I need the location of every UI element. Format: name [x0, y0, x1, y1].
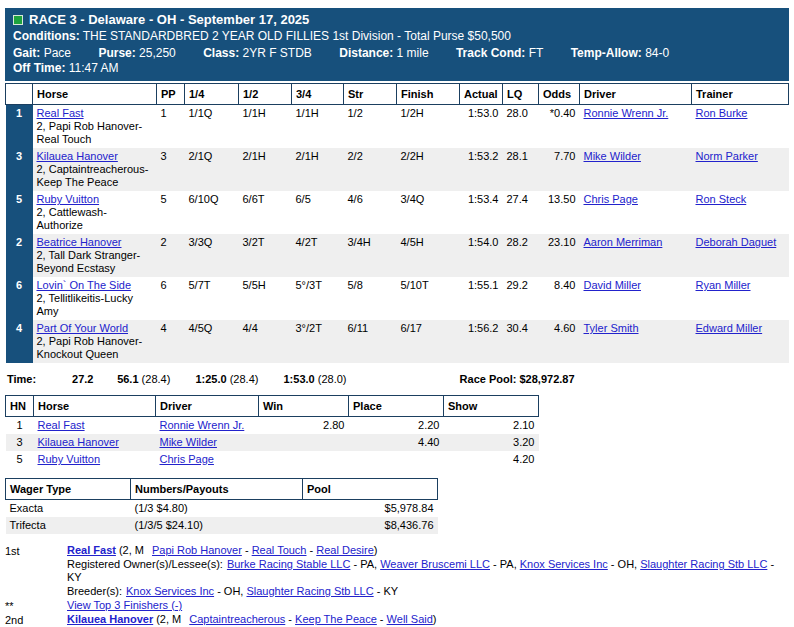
breeder-link[interactable]: Slaughter Racing Stb LLC	[246, 585, 373, 597]
dam-link[interactable]: Keep The Peace	[295, 613, 377, 625]
stretch-call: 3/4H	[344, 234, 397, 277]
col-pp: PP	[157, 84, 185, 105]
breeder-suffix: - KY	[374, 585, 398, 597]
time-summary: Time: 27.2 56.1 (28.4) 1:25.0 (28.4) 1:5…	[7, 372, 789, 386]
trainer-link[interactable]: Ron Steck	[696, 193, 747, 205]
col-hn: HN	[6, 84, 33, 105]
result-row-4: 2 Beatrice Hanover2, Tall Dark Stranger-…	[6, 234, 789, 277]
hn-value: 1	[6, 417, 34, 435]
race-header: RACE 3 - Delaware - OH - September 17, 2…	[5, 8, 789, 81]
col-three-quarter: 3/4	[292, 84, 344, 105]
damsire-link[interactable]: Real Desire	[316, 544, 373, 556]
wager-header-row: Wager Type Numbers/Payouts Pool	[6, 479, 438, 500]
driver-link[interactable]: Tyler Smith	[584, 322, 639, 334]
horse-pedigree: 2, Papi Rob Hanover-Real Touch	[37, 120, 153, 146]
horse-link[interactable]: Lovin` On The Side	[37, 279, 132, 291]
horse-link[interactable]: Kilauea Hanover	[37, 150, 118, 162]
view-top3-link[interactable]: View Top 3 Finishers (-)	[67, 599, 182, 611]
col-hn: HN	[6, 396, 34, 417]
hn-value: 1	[6, 105, 33, 149]
trainer-link[interactable]: Edward Miller	[696, 322, 763, 334]
results-header-row: HN Horse PP 1/4 1/2 3/4 Str Finish Actua…	[6, 84, 789, 105]
half-time: 56.1	[117, 373, 138, 385]
finisher-horse-link[interactable]: Kilauea Hanover	[67, 613, 153, 625]
hn-value: 4	[6, 320, 33, 363]
owner-link[interactable]: Burke Racing Stable LLC	[227, 558, 351, 570]
horse-link[interactable]: Ruby Vuitton	[38, 453, 101, 465]
half-call: 1/1H	[239, 105, 292, 149]
race-status-icon	[13, 15, 23, 25]
finish-call: 4/5H	[397, 234, 460, 277]
col-half: 1/2	[239, 84, 292, 105]
owner-link[interactable]: Slaughter Racing Stb LLC	[640, 558, 767, 570]
off-time-value: 11:47 AM	[69, 61, 119, 75]
payoff-header-row: HN Horse Driver Win Place Show	[6, 396, 539, 417]
owner-suffix: - PA,	[350, 558, 380, 570]
win-payout	[259, 434, 349, 451]
driver-link[interactable]: Chris Page	[584, 193, 638, 205]
driver-link[interactable]: Mike Wilder	[160, 436, 217, 448]
driver-link[interactable]: Ronnie Wrenn Jr.	[160, 419, 245, 431]
show-payout: 3.20	[444, 434, 539, 451]
driver-link[interactable]: Ronnie Wrenn Jr.	[584, 107, 669, 119]
odds-value: 13.50	[539, 191, 580, 234]
half-split: (28.4)	[142, 373, 171, 385]
stretch-call: 5/8	[344, 277, 397, 320]
time-label: Time:	[7, 372, 69, 386]
result-row-3: 5 Ruby Vuitton2, Cattlewash-Authorize 5 …	[6, 191, 789, 234]
horse-link[interactable]: Beatrice Hanover	[37, 236, 122, 248]
owner-link[interactable]: Weaver Bruscemi LLC	[380, 558, 490, 570]
wager-row-1: Exacta (1/3 $4.80) $5,978.84	[6, 500, 438, 518]
race-results-page: RACE 3 - Delaware - OH - September 17, 2…	[0, 0, 794, 627]
horse-pedigree: 2, Tall Dark Stranger-Beyond Ecstasy	[37, 249, 153, 275]
off-time-label: Off Time:	[13, 61, 65, 75]
breeder-link[interactable]: Knox Services Inc	[126, 585, 214, 597]
wager-type: Exacta	[6, 500, 131, 518]
col-pool: Pool	[303, 479, 438, 500]
finisher-details: 1st Real Fast(2, MPapi Rob Hanover - Rea…	[5, 544, 789, 627]
race-info-line: Gait: Pace Purse: 25,250 Class: 2YR F ST…	[13, 46, 781, 76]
finish-call: 2/2H	[397, 148, 460, 191]
hn-value: 5	[6, 451, 34, 468]
damsire-link[interactable]: Well Said	[387, 613, 433, 625]
driver-link[interactable]: Aaron Merriman	[584, 236, 663, 248]
three-quarter-call: 5°/3T	[292, 277, 344, 320]
horse-link[interactable]: Real Fast	[38, 419, 85, 431]
driver-link[interactable]: Chris Page	[160, 453, 214, 465]
owner-link[interactable]: Knox Services Inc	[520, 558, 608, 570]
quarter-call: 4/5Q	[185, 320, 239, 363]
dam-link[interactable]: Real Touch	[252, 544, 307, 556]
stretch-call: 2/2	[344, 148, 397, 191]
quarter-call: 1/1Q	[185, 105, 239, 149]
col-horse: Horse	[33, 84, 157, 105]
finish-call: 1/2H	[397, 105, 460, 149]
finisher-horse-link[interactable]: Real Fast	[67, 544, 116, 556]
trainer-link[interactable]: Ron Burke	[696, 107, 748, 119]
sire-link[interactable]: Papi Rob Hanover	[152, 544, 242, 556]
col-horse: Horse	[34, 396, 156, 417]
col-stretch: Str	[344, 84, 397, 105]
class-value: 2YR F STDB	[243, 46, 312, 60]
owner-suffix: - PA,	[490, 558, 520, 570]
horse-link[interactable]: Ruby Vuitton	[37, 193, 100, 205]
breeders-label: Breeder(s):	[67, 585, 122, 597]
driver-link[interactable]: Mike Wilder	[584, 150, 641, 162]
horse-link[interactable]: Part Of Your World	[37, 322, 129, 334]
horse-link[interactable]: Real Fast	[37, 107, 84, 119]
pp-value: 2	[157, 234, 185, 277]
payoff-table: HN Horse Driver Win Place Show 1 Real Fa…	[5, 395, 539, 468]
finish-call: 3/4Q	[397, 191, 460, 234]
conditions-label: Conditions:	[13, 29, 80, 43]
three-quarter-call: 1/1H	[292, 105, 344, 149]
trainer-link[interactable]: Deborah Daguet	[696, 236, 777, 248]
trainer-link[interactable]: Norm Parker	[696, 150, 758, 162]
horse-link[interactable]: Kilauea Hanover	[38, 436, 119, 448]
sire-link[interactable]: Captaintreacherous	[189, 613, 285, 625]
odds-value: 4.60	[539, 320, 580, 363]
finisher-entry-1st: 1st Real Fast(2, MPapi Rob Hanover - Rea…	[5, 544, 789, 599]
half-call: 6/6T	[239, 191, 292, 234]
payoff-row-3: 5 Ruby Vuitton Chris Page 4.20	[6, 451, 539, 468]
trainer-link[interactable]: Ryan Miller	[696, 279, 751, 291]
driver-link[interactable]: David Miller	[584, 279, 641, 291]
hn-value: 5	[6, 191, 33, 234]
